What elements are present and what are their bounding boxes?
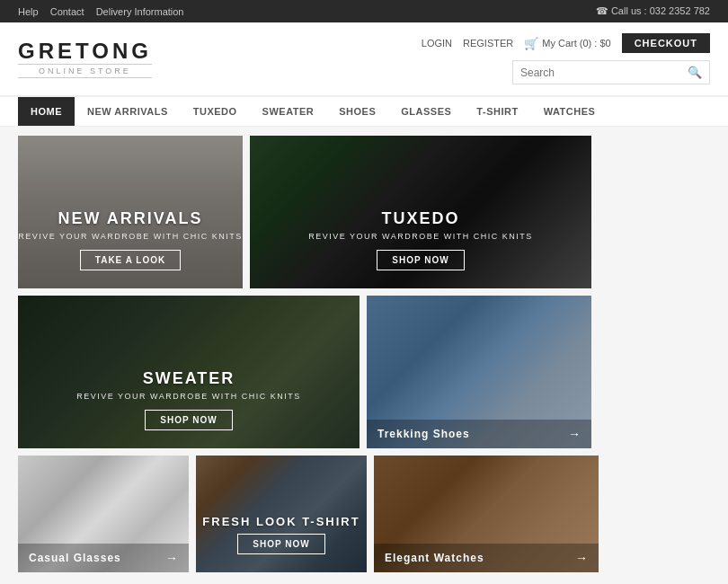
new-arrivals-title: NEW ARRIVALS bbox=[58, 209, 203, 228]
trekking-banner[interactable]: Trekking Shoes → bbox=[367, 296, 591, 448]
new-arrivals-overlay: NEW ARRIVALS REVIVE YOUR WARDROBE WITH C… bbox=[18, 136, 243, 288]
checkout-button[interactable]: CHECKOUT bbox=[622, 33, 710, 53]
top-bar-links: Help Contact Delivery Information bbox=[18, 6, 193, 17]
trekking-arrow-icon: → bbox=[568, 427, 581, 441]
nav-watches[interactable]: WATCHES bbox=[531, 97, 608, 126]
nav-tshirt[interactable]: T-SHIRT bbox=[464, 97, 530, 126]
nav-shoes[interactable]: SHOES bbox=[326, 97, 388, 126]
phone-number: Call us : 032 2352 782 bbox=[611, 5, 710, 16]
glasses-label-bar: Casual Glasses → bbox=[18, 544, 189, 572]
nav-tuxedo[interactable]: TUXEDO bbox=[181, 97, 250, 126]
tuxedo-btn[interactable]: SHOP NOW bbox=[377, 250, 464, 270]
login-link[interactable]: LOGIN bbox=[422, 38, 452, 49]
sweater-overlay: SWEATER REVIVE YOUR WARDROBE WITH CHIC K… bbox=[18, 296, 360, 448]
watches-arrow-icon: → bbox=[575, 551, 588, 565]
trekking-label-bar: Trekking Shoes → bbox=[367, 420, 591, 448]
nav: HOME NEW ARRIVALS TUXEDO SWEATER SHOES G… bbox=[0, 96, 728, 127]
contact-link[interactable]: Contact bbox=[50, 6, 84, 17]
register-link[interactable]: REGISTER bbox=[463, 38, 513, 49]
nav-sweater[interactable]: SWEATER bbox=[250, 97, 327, 126]
nav-home[interactable]: HOME bbox=[18, 97, 75, 126]
phone-info: ☎ Call us : 032 2352 782 bbox=[596, 5, 710, 17]
header-right: LOGIN REGISTER 🛒 My Cart (0) : $0 CHECKO… bbox=[422, 33, 710, 84]
header: GRETONG ONLINE STORE LOGIN REGISTER 🛒 My… bbox=[0, 22, 728, 96]
tuxedo-banner[interactable]: TUXEDO REVIVE YOUR WARDROBE WITH CHIC KN… bbox=[250, 136, 591, 288]
new-arrivals-btn[interactable]: TAKE A LOOK bbox=[80, 250, 181, 270]
tshirt-overlay: FRESH LOOK T-SHIRT SHOP NOW bbox=[196, 456, 367, 572]
new-arrivals-banner[interactable]: NEW ARRIVALS REVIVE YOUR WARDROBE WITH C… bbox=[18, 136, 243, 288]
browser-window: Help Contact Delivery Information ☎ Call… bbox=[0, 0, 728, 584]
logo: GRETONG ONLINE STORE bbox=[18, 40, 152, 78]
sweater-title: SWEATER bbox=[143, 369, 235, 388]
tshirt-btn[interactable]: SHOP NOW bbox=[237, 534, 324, 554]
new-arrivals-subtitle: REVIVE YOUR WARDROBE WITH CHIC KNITS bbox=[18, 232, 243, 241]
phone-icon: ☎ bbox=[596, 5, 608, 16]
third-row: Casual Glasses → FRESH LOOK T-SHIRT SHOP… bbox=[18, 456, 710, 572]
nav-glasses[interactable]: GLASSES bbox=[388, 97, 464, 126]
tshirt-title: FRESH LOOK T-SHIRT bbox=[202, 515, 360, 528]
sweater-btn[interactable]: SHOP NOW bbox=[145, 410, 232, 430]
delivery-link[interactable]: Delivery Information bbox=[96, 6, 184, 17]
cart-icon: 🛒 bbox=[524, 37, 538, 50]
header-actions: LOGIN REGISTER 🛒 My Cart (0) : $0 CHECKO… bbox=[422, 33, 710, 53]
tuxedo-title: TUXEDO bbox=[381, 209, 459, 228]
trekking-label: Trekking Shoes bbox=[377, 428, 470, 440]
sweater-subtitle: REVIVE YOUR WARDROBE WITH CHIC KNITS bbox=[76, 392, 301, 401]
glasses-banner[interactable]: Casual Glasses → bbox=[18, 456, 189, 572]
help-link[interactable]: Help bbox=[18, 6, 39, 17]
cart-text: My Cart (0) : $0 bbox=[542, 38, 610, 49]
main-content: NEW ARRIVALS REVIVE YOUR WARDROBE WITH C… bbox=[0, 127, 728, 584]
glasses-label: Casual Glasses bbox=[29, 552, 121, 564]
sweater-banner[interactable]: SWEATER REVIVE YOUR WARDROBE WITH CHIC K… bbox=[18, 296, 360, 448]
tuxedo-subtitle: REVIVE YOUR WARDROBE WITH CHIC KNITS bbox=[308, 232, 533, 241]
search-icon: 🔍 bbox=[688, 66, 702, 79]
top-bar: Help Contact Delivery Information ☎ Call… bbox=[0, 0, 728, 22]
tshirt-banner[interactable]: FRESH LOOK T-SHIRT SHOP NOW bbox=[196, 456, 367, 572]
second-row: SWEATER REVIVE YOUR WARDROBE WITH CHIC K… bbox=[18, 296, 710, 448]
logo-sub: ONLINE STORE bbox=[18, 64, 152, 78]
search-button[interactable]: 🔍 bbox=[680, 61, 709, 84]
nav-new-arrivals[interactable]: NEW ARRIVALS bbox=[75, 97, 181, 126]
watches-label: Elegant Watches bbox=[385, 552, 484, 564]
glasses-arrow-icon: → bbox=[165, 551, 178, 565]
search-input[interactable] bbox=[513, 62, 680, 84]
logo-name: GRETONG bbox=[18, 40, 152, 62]
hero-row: NEW ARRIVALS REVIVE YOUR WARDROBE WITH C… bbox=[18, 136, 710, 288]
watches-banner[interactable]: Elegant Watches → bbox=[374, 456, 599, 572]
watches-label-bar: Elegant Watches → bbox=[374, 544, 599, 572]
tuxedo-overlay: TUXEDO REVIVE YOUR WARDROBE WITH CHIC KN… bbox=[250, 136, 591, 288]
search-bar: 🔍 bbox=[512, 60, 710, 84]
cart-info: 🛒 My Cart (0) : $0 bbox=[524, 37, 610, 50]
